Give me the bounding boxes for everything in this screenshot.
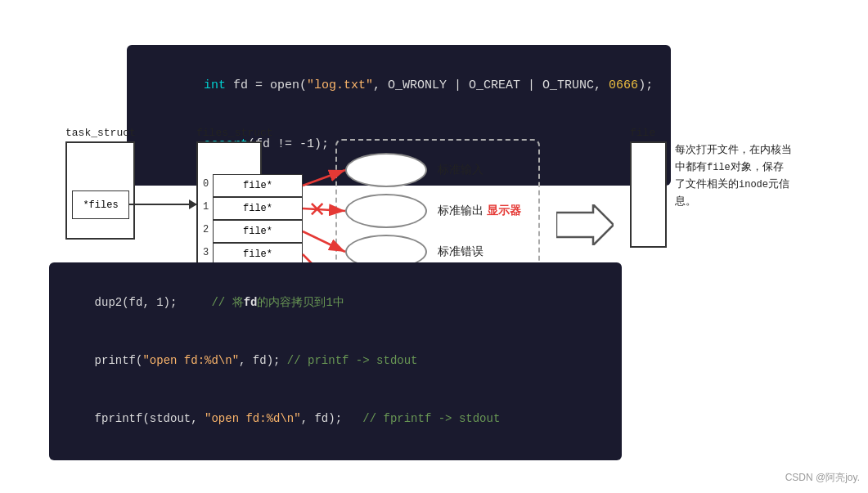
oval-stdin bbox=[345, 153, 427, 187]
fd-row-0: file* bbox=[213, 174, 303, 197]
red-x-mark: ✕ bbox=[309, 192, 325, 225]
bottom-code-block: dup2(fd, 1); // 将fd的内容拷贝到1中 printf("open… bbox=[49, 262, 622, 460]
fd-index-0: 0 bbox=[203, 178, 209, 190]
fd-index-2: 2 bbox=[203, 224, 209, 235]
watermark: CSDN @阿亮joy. bbox=[785, 471, 860, 485]
file-box bbox=[630, 141, 667, 248]
bottom-line-3: fprintf(stdout, "open fd:%d\n", fd); // … bbox=[67, 391, 604, 449]
oval-label-stdout: 标准输出 显示器 bbox=[438, 204, 521, 218]
big-right-arrow bbox=[556, 204, 614, 245]
display-label: 显示器 bbox=[487, 204, 521, 217]
right-description: 每次打开文件，在内核当中都有file对象，保存了文件相关的inode元信息。 bbox=[675, 141, 794, 210]
oval-label-stderr: 标准错误 bbox=[438, 244, 483, 259]
files-ptr: *files bbox=[72, 190, 129, 219]
svg-marker-5 bbox=[556, 204, 614, 245]
files-struct-label: files_struct bbox=[196, 127, 273, 139]
bottom-line-1: dup2(fd, 1); // 将fd的内容拷贝到1中 bbox=[67, 274, 604, 332]
task-struct-label: task_struct bbox=[65, 127, 136, 139]
file-label: file bbox=[630, 127, 655, 139]
bottom-line-2: printf("open fd:%d\n", fd); // printf ->… bbox=[67, 332, 604, 390]
fd-row-1: file* bbox=[213, 197, 303, 220]
oval-stdout bbox=[345, 194, 427, 228]
oval-label-stdin: 标准输入 bbox=[438, 163, 483, 177]
code-line-1: int fd = open("log.txt", O_WRONLY | O_CR… bbox=[145, 56, 653, 115]
fd-index-3: 3 bbox=[203, 247, 209, 258]
fd-row-2: file* bbox=[213, 220, 303, 243]
arrow-files-to-struct bbox=[129, 204, 196, 205]
fd-index-1: 1 bbox=[203, 201, 209, 213]
